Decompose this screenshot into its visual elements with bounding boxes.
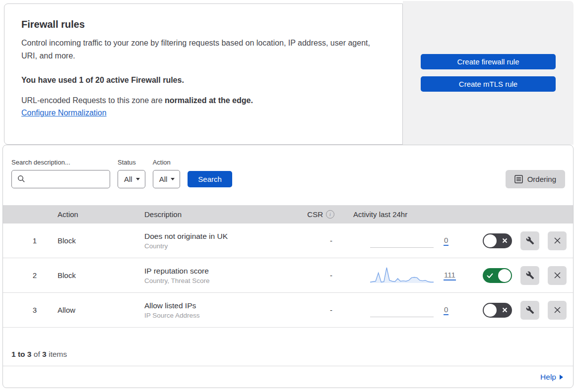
status-filter-group: Status All (118, 159, 153, 188)
firewall-rules-page: Firewall rules Control incoming traffic … (0, 0, 576, 392)
rule-action: Block (48, 236, 134, 245)
toggle-knob (484, 234, 497, 247)
rule-enabled-toggle[interactable] (483, 268, 512, 283)
toggle-on-check-icon (487, 273, 493, 279)
rule-description-cell: Allow listed IPs IP Source Address (134, 301, 293, 319)
delete-rule-button[interactable] (548, 301, 567, 320)
rule-description-cell: Does not originate in UK Country (134, 232, 293, 250)
delete-rule-button[interactable] (548, 266, 567, 285)
rule-action: Allow (48, 306, 134, 314)
rule-action: Block (48, 271, 134, 280)
rule-enabled-toggle[interactable] (483, 233, 512, 248)
activity-sparkline (370, 231, 434, 250)
firewall-intro-card: Firewall rules Control incoming traffic … (4, 3, 403, 145)
rule-filter-fields: IP Source Address (144, 312, 293, 319)
filter-bar: Search description... Status All Action … (3, 145, 573, 200)
rule-priority: 2 (3, 271, 48, 280)
rule-description: IP reputation score (144, 267, 293, 276)
toggle-knob (498, 269, 511, 282)
action-filter-group: Action All (153, 159, 188, 188)
rule-enabled-toggle[interactable] (483, 303, 512, 318)
table-header: Action Description CSR Activity last 24h… (3, 205, 573, 224)
x-icon (554, 272, 561, 279)
rule-filter-fields: Country, Threat Score (144, 277, 293, 284)
search-box (11, 170, 110, 188)
activity-sparkline (370, 266, 434, 285)
search-button[interactable]: Search (188, 171, 232, 187)
firewall-rules-list-card: Search description... Status All Action … (2, 145, 574, 388)
rule-priority: 3 (3, 306, 48, 314)
rule-controls (464, 231, 573, 250)
chevron-down-icon (136, 178, 140, 180)
delete-rule-button[interactable] (548, 231, 567, 250)
header-csr-label: CSR (307, 210, 323, 219)
action-select[interactable]: All (153, 170, 181, 188)
rule-csr-value: - (293, 271, 345, 280)
action-label: Action (153, 159, 188, 166)
header-csr: CSR (293, 210, 345, 219)
pagination-items: items (47, 350, 67, 358)
activity-count-link[interactable]: 0 (444, 236, 448, 246)
info-icon[interactable] (326, 210, 334, 219)
edit-rule-button[interactable] (520, 231, 539, 250)
rule-description: Does not originate in UK (144, 232, 293, 241)
normalization-bold: normalized at the edge. (165, 96, 253, 105)
page-title: Firewall rules (21, 19, 387, 30)
toggle-knob (484, 304, 497, 317)
action-selected-value: All (159, 175, 168, 183)
status-selected-value: All (124, 175, 132, 183)
search-description-input[interactable] (11, 170, 110, 188)
create-mtls-rule-button[interactable]: Create mTLS rule (421, 76, 556, 92)
wrench-icon (526, 306, 534, 314)
header-action: Action (48, 210, 134, 219)
rule-activity-cell: 0 (345, 231, 464, 250)
create-actions-panel: Create firewall rule Create mTLS rule (403, 1, 574, 145)
toggle-off-x-icon (502, 238, 508, 243)
ordering-button-label: Ordering (527, 175, 556, 183)
rule-csr-value: - (293, 236, 345, 245)
help-row: Help (3, 366, 573, 388)
pagination-total: 3 (42, 350, 47, 358)
usage-note: You have used 1 of 20 active Firewall ru… (21, 76, 387, 85)
pagination-summary: 1 to 3 of 3 items (3, 328, 573, 366)
normalization-note: URL-encoded Requests to this zone are no… (21, 96, 387, 105)
status-label: Status (118, 159, 153, 166)
rule-activity-cell: 0 (345, 301, 464, 320)
toggle-off-x-icon (502, 307, 508, 313)
activity-count-link[interactable]: 0 (444, 305, 448, 315)
search-group: Search description... (11, 159, 118, 188)
chevron-down-icon (171, 178, 175, 180)
edit-rule-button[interactable] (520, 301, 539, 320)
help-link[interactable]: Help (540, 373, 563, 382)
page-description: Control incoming traffic to your zone by… (21, 37, 381, 62)
x-icon (554, 306, 561, 314)
edit-rule-button[interactable] (520, 266, 539, 285)
status-select[interactable]: All (118, 170, 145, 188)
ordering-list-icon (514, 175, 523, 183)
pagination-range: 1 to 3 (11, 350, 31, 358)
rule-controls (464, 301, 573, 320)
rule-csr-value: - (293, 306, 345, 314)
wrench-icon (526, 236, 534, 245)
header-description: Description (134, 210, 293, 219)
ordering-button[interactable]: Ordering (506, 170, 565, 188)
create-firewall-rule-button[interactable]: Create firewall rule (421, 54, 556, 69)
activity-count-link[interactable]: 111 (444, 271, 456, 280)
rule-description: Allow listed IPs (144, 301, 293, 310)
rule-priority: 1 (3, 236, 48, 245)
rule-filter-fields: Country (144, 242, 293, 250)
activity-sparkline (370, 301, 434, 320)
help-label: Help (540, 373, 556, 382)
normalization-text: URL-encoded Requests to this zone are (21, 96, 165, 105)
table-row: 3 Allow Allow listed IPs IP Source Addre… (3, 293, 573, 328)
table-row: 1 Block Does not originate in UK Country… (3, 224, 573, 258)
rule-activity-cell: 111 (345, 266, 464, 285)
pagination-of: of (31, 350, 42, 358)
x-icon (554, 237, 561, 244)
help-arrow-icon (560, 375, 563, 380)
header-activity: Activity last 24hr (345, 210, 464, 219)
table-row: 2 Block IP reputation score Country, Thr… (3, 258, 573, 293)
rule-controls (464, 266, 573, 285)
wrench-icon (526, 271, 534, 280)
configure-normalization-link[interactable]: Configure Normalization (21, 109, 107, 117)
